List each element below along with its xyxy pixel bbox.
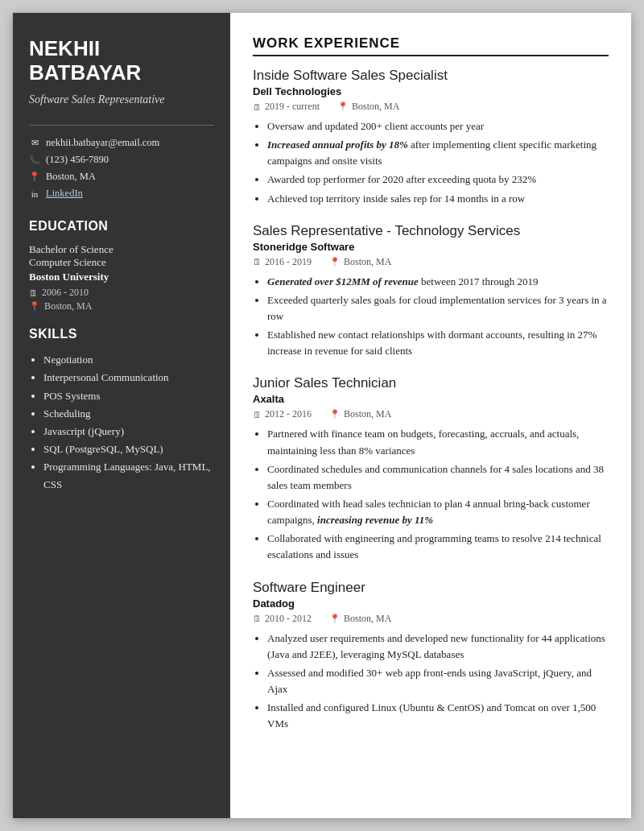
job-bullets-2: Generated over $12MM of revenue between … [253,274,609,360]
edu-degree: Bachelor of Science [29,243,214,256]
skill-item: Interpersonal Communication [43,369,214,387]
job-company-4: Datadog [253,597,609,610]
job-years-4: 🗓 2010 - 2012 [253,613,312,625]
bullet: Coordinated with head sales technician t… [267,496,609,528]
phone-icon: 📞 [29,155,40,165]
location-item: 📍 Boston, MA [29,171,214,183]
bullet: Analyzed user requirements and developed… [267,630,609,663]
bullet: Coordinated schedules and communication … [267,461,609,494]
job-years-3: 🗓 2012 - 2016 [253,408,312,420]
skills-section: SKILLS Negotiation Interpersonal Communi… [29,327,214,494]
bullet: Oversaw and updated 200+ client accounts… [267,118,609,134]
job-location-1: 📍 Boston, MA [337,101,399,113]
edu-field: Computer Science [29,256,214,269]
bullet: Achieved top territory inside sales rep … [267,191,609,207]
location-icon: 📍 [29,172,40,182]
bullet: Awarded top performer for 2020 after exc… [267,172,609,188]
work-experience-title: WORK EXPERIENCE [253,35,609,56]
resume-container: NEKHII BATBAYAR Software Sales Represent… [13,13,631,818]
job-title-1: Inside Software Sales Specialist [253,68,609,84]
job-block-4: Software Engineer Datadog 🗓 2010 - 2012 … [253,580,609,733]
calendar-icon-2: 🗓 [253,257,262,267]
phone-text: (123) 456-7890 [46,154,109,166]
job-meta-1: 🗓 2019 - current 📍 Boston, MA [253,101,609,113]
job-title-3: Junior Sales Technician [253,375,609,391]
calendar-icon-1: 🗓 [253,102,262,112]
bullet: Increased annual profits by 18% after im… [267,137,609,169]
skills-title: SKILLS [29,327,214,341]
skill-item: Negotiation [43,351,214,369]
location-icon-3: 📍 [329,409,341,420]
education-title: EDUCATION [29,219,214,234]
bullet: Assessed and modified 30+ web app front-… [267,665,609,697]
sidebar: NEKHII BATBAYAR Software Sales Represent… [13,13,230,818]
job-location-4: 📍 Boston, MA [329,613,391,625]
skill-item: Programming Languages: Java, HTML, CSS [43,458,214,494]
calendar-icon-3: 🗓 [253,410,262,420]
skills-list: Negotiation Interpersonal Communication … [29,351,214,494]
location-icon-1: 📍 [337,101,349,112]
education-block: Bachelor of Science Computer Science Bos… [29,243,214,312]
candidate-title: Software Sales Representative [29,92,214,108]
job-location-3: 📍 Boston, MA [329,408,391,420]
job-location-2: 📍 Boston, MA [329,256,391,268]
job-company-3: Axalta [253,393,609,405]
skill-item: SQL (PostgreSQL, MySQL) [43,440,214,458]
job-bullets-3: Partnered with finance team on budgets, … [253,426,609,563]
job-meta-2: 🗓 2016 - 2019 📍 Boston, MA [253,256,609,268]
bullet: Established new contact relationships wi… [267,327,609,359]
job-years-2: 🗓 2016 - 2019 [253,256,312,268]
job-title-4: Software Engineer [253,580,609,596]
job-block-3: Junior Sales Technician Axalta 🗓 2012 - … [253,375,609,563]
skill-item: POS Systems [43,387,214,405]
location-icon-2: 📍 [329,257,341,267]
email-item: ✉ nekhii.batbayar@email.com [29,137,214,149]
job-block-2: Sales Representative - Technology Servic… [253,223,609,360]
job-bullets-1: Oversaw and updated 200+ client accounts… [253,118,609,207]
job-meta-3: 🗓 2012 - 2016 📍 Boston, MA [253,408,609,420]
job-title-2: Sales Representative - Technology Servic… [253,223,609,239]
linkedin-icon: in [29,189,40,199]
linkedin-item[interactable]: in LinkedIn [29,188,214,200]
candidate-name: NEKHII BATBAYAR [29,37,214,85]
calendar-icon-4: 🗓 [253,614,262,623]
edu-years: 🗓 2006 - 2010 [29,287,214,299]
job-company-2: Stoneridge Software [253,241,609,253]
edu-location: 📍 Boston, MA [29,300,214,312]
location-text: Boston, MA [46,171,96,183]
job-block-1: Inside Software Sales Specialist Dell Te… [253,68,609,207]
job-bullets-4: Analyzed user requirements and developed… [253,630,609,733]
location-edu-icon: 📍 [29,301,40,312]
linkedin-link[interactable]: LinkedIn [46,188,83,200]
email-icon: ✉ [29,138,40,148]
location-icon-4: 📍 [329,614,341,624]
bullet: Exceeded quarterly sales goals for cloud… [267,292,609,325]
bullet: Collaborated with engineering and progra… [267,531,609,563]
skill-item: Scheduling [43,405,214,423]
email-text: nekhii.batbayar@email.com [46,137,159,149]
edu-school: Boston University [29,271,214,283]
job-company-1: Dell Technologies [253,85,609,97]
bullet: Partnered with finance team on budgets, … [267,426,609,458]
main-content: WORK EXPERIENCE Inside Software Sales Sp… [230,13,631,818]
job-meta-4: 🗓 2010 - 2012 📍 Boston, MA [253,613,609,625]
job-years-1: 🗓 2019 - current [253,101,320,113]
phone-item: 📞 (123) 456-7890 [29,154,214,166]
education-section: EDUCATION Bachelor of Science Computer S… [29,219,214,312]
calendar-icon: 🗓 [29,288,38,298]
bullet: Generated over $12MM of revenue between … [267,274,609,290]
bullet: Installed and configured Linux (Ubuntu &… [267,700,609,732]
skill-item: Javascript (jQuery) [43,423,214,440]
contact-section: ✉ nekhii.batbayar@email.com 📞 (123) 456-… [29,125,214,200]
